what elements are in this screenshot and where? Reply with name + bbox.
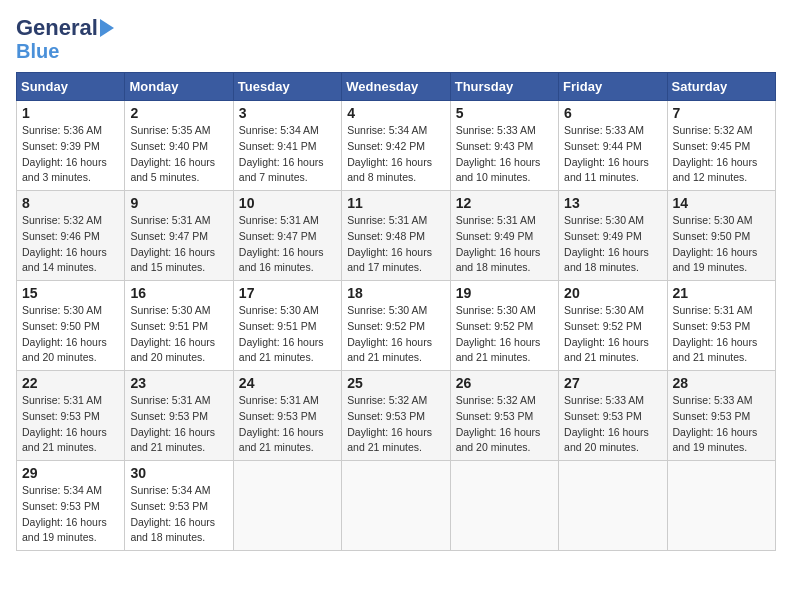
day-info: Sunrise: 5:30 AM Sunset: 9:50 PM Dayligh… — [673, 213, 770, 276]
calendar-day-cell: 22Sunrise: 5:31 AM Sunset: 9:53 PM Dayli… — [17, 371, 125, 461]
calendar-day-cell: 1Sunrise: 5:36 AM Sunset: 9:39 PM Daylig… — [17, 101, 125, 191]
day-number: 22 — [22, 375, 119, 391]
day-number: 8 — [22, 195, 119, 211]
day-info: Sunrise: 5:33 AM Sunset: 9:43 PM Dayligh… — [456, 123, 553, 186]
calendar-day-cell: 29Sunrise: 5:34 AM Sunset: 9:53 PM Dayli… — [17, 461, 125, 551]
calendar-day-cell: 28Sunrise: 5:33 AM Sunset: 9:53 PM Dayli… — [667, 371, 775, 461]
day-info: Sunrise: 5:31 AM Sunset: 9:53 PM Dayligh… — [673, 303, 770, 366]
day-info: Sunrise: 5:30 AM Sunset: 9:50 PM Dayligh… — [22, 303, 119, 366]
day-number: 15 — [22, 285, 119, 301]
day-number: 29 — [22, 465, 119, 481]
calendar-week-row: 8Sunrise: 5:32 AM Sunset: 9:46 PM Daylig… — [17, 191, 776, 281]
day-info: Sunrise: 5:31 AM Sunset: 9:53 PM Dayligh… — [130, 393, 227, 456]
header-saturday: Saturday — [667, 73, 775, 101]
calendar-day-cell: 21Sunrise: 5:31 AM Sunset: 9:53 PM Dayli… — [667, 281, 775, 371]
calendar-day-cell: 2Sunrise: 5:35 AM Sunset: 9:40 PM Daylig… — [125, 101, 233, 191]
day-number: 25 — [347, 375, 444, 391]
day-number: 17 — [239, 285, 336, 301]
day-info: Sunrise: 5:31 AM Sunset: 9:53 PM Dayligh… — [239, 393, 336, 456]
calendar-day-cell: 9Sunrise: 5:31 AM Sunset: 9:47 PM Daylig… — [125, 191, 233, 281]
day-info: Sunrise: 5:33 AM Sunset: 9:53 PM Dayligh… — [564, 393, 661, 456]
day-number: 30 — [130, 465, 227, 481]
day-number: 5 — [456, 105, 553, 121]
day-number: 24 — [239, 375, 336, 391]
day-number: 7 — [673, 105, 770, 121]
calendar-day-cell: 15Sunrise: 5:30 AM Sunset: 9:50 PM Dayli… — [17, 281, 125, 371]
day-number: 19 — [456, 285, 553, 301]
calendar-day-cell: 7Sunrise: 5:32 AM Sunset: 9:45 PM Daylig… — [667, 101, 775, 191]
day-info: Sunrise: 5:30 AM Sunset: 9:52 PM Dayligh… — [564, 303, 661, 366]
day-info: Sunrise: 5:34 AM Sunset: 9:41 PM Dayligh… — [239, 123, 336, 186]
logo: General Blue — [16, 16, 114, 62]
calendar-day-cell: 30Sunrise: 5:34 AM Sunset: 9:53 PM Dayli… — [125, 461, 233, 551]
calendar-day-cell: 13Sunrise: 5:30 AM Sunset: 9:49 PM Dayli… — [559, 191, 667, 281]
calendar-day-cell: 10Sunrise: 5:31 AM Sunset: 9:47 PM Dayli… — [233, 191, 341, 281]
day-number: 2 — [130, 105, 227, 121]
header-thursday: Thursday — [450, 73, 558, 101]
day-info: Sunrise: 5:31 AM Sunset: 9:47 PM Dayligh… — [239, 213, 336, 276]
logo-arrow-icon — [100, 19, 114, 37]
calendar-day-cell: 5Sunrise: 5:33 AM Sunset: 9:43 PM Daylig… — [450, 101, 558, 191]
calendar-day-cell: 23Sunrise: 5:31 AM Sunset: 9:53 PM Dayli… — [125, 371, 233, 461]
day-info: Sunrise: 5:36 AM Sunset: 9:39 PM Dayligh… — [22, 123, 119, 186]
day-number: 10 — [239, 195, 336, 211]
day-number: 26 — [456, 375, 553, 391]
day-info: Sunrise: 5:33 AM Sunset: 9:44 PM Dayligh… — [564, 123, 661, 186]
calendar-empty-cell — [233, 461, 341, 551]
day-number: 12 — [456, 195, 553, 211]
calendar-day-cell: 14Sunrise: 5:30 AM Sunset: 9:50 PM Dayli… — [667, 191, 775, 281]
day-number: 28 — [673, 375, 770, 391]
day-number: 1 — [22, 105, 119, 121]
day-info: Sunrise: 5:32 AM Sunset: 9:53 PM Dayligh… — [347, 393, 444, 456]
calendar-day-cell: 18Sunrise: 5:30 AM Sunset: 9:52 PM Dayli… — [342, 281, 450, 371]
day-info: Sunrise: 5:30 AM Sunset: 9:51 PM Dayligh… — [130, 303, 227, 366]
logo-text-blue: Blue — [16, 40, 59, 62]
calendar-empty-cell — [667, 461, 775, 551]
day-number: 13 — [564, 195, 661, 211]
day-info: Sunrise: 5:31 AM Sunset: 9:53 PM Dayligh… — [22, 393, 119, 456]
day-info: Sunrise: 5:31 AM Sunset: 9:47 PM Dayligh… — [130, 213, 227, 276]
day-info: Sunrise: 5:34 AM Sunset: 9:53 PM Dayligh… — [130, 483, 227, 546]
calendar-week-row: 1Sunrise: 5:36 AM Sunset: 9:39 PM Daylig… — [17, 101, 776, 191]
day-number: 20 — [564, 285, 661, 301]
calendar-empty-cell — [342, 461, 450, 551]
day-number: 14 — [673, 195, 770, 211]
day-number: 11 — [347, 195, 444, 211]
header-tuesday: Tuesday — [233, 73, 341, 101]
calendar-day-cell: 3Sunrise: 5:34 AM Sunset: 9:41 PM Daylig… — [233, 101, 341, 191]
day-info: Sunrise: 5:30 AM Sunset: 9:49 PM Dayligh… — [564, 213, 661, 276]
calendar-week-row: 22Sunrise: 5:31 AM Sunset: 9:53 PM Dayli… — [17, 371, 776, 461]
day-info: Sunrise: 5:34 AM Sunset: 9:53 PM Dayligh… — [22, 483, 119, 546]
logo-text-general: General — [16, 16, 98, 40]
day-number: 4 — [347, 105, 444, 121]
header-monday: Monday — [125, 73, 233, 101]
day-info: Sunrise: 5:32 AM Sunset: 9:46 PM Dayligh… — [22, 213, 119, 276]
day-number: 16 — [130, 285, 227, 301]
calendar-day-cell: 16Sunrise: 5:30 AM Sunset: 9:51 PM Dayli… — [125, 281, 233, 371]
day-number: 21 — [673, 285, 770, 301]
calendar-day-cell: 19Sunrise: 5:30 AM Sunset: 9:52 PM Dayli… — [450, 281, 558, 371]
calendar-week-row: 29Sunrise: 5:34 AM Sunset: 9:53 PM Dayli… — [17, 461, 776, 551]
calendar-day-cell: 12Sunrise: 5:31 AM Sunset: 9:49 PM Dayli… — [450, 191, 558, 281]
day-number: 3 — [239, 105, 336, 121]
calendar-header-row: SundayMondayTuesdayWednesdayThursdayFrid… — [17, 73, 776, 101]
header-friday: Friday — [559, 73, 667, 101]
day-number: 9 — [130, 195, 227, 211]
calendar-empty-cell — [559, 461, 667, 551]
calendar-day-cell: 17Sunrise: 5:30 AM Sunset: 9:51 PM Dayli… — [233, 281, 341, 371]
day-info: Sunrise: 5:33 AM Sunset: 9:53 PM Dayligh… — [673, 393, 770, 456]
day-info: Sunrise: 5:34 AM Sunset: 9:42 PM Dayligh… — [347, 123, 444, 186]
calendar-day-cell: 8Sunrise: 5:32 AM Sunset: 9:46 PM Daylig… — [17, 191, 125, 281]
day-info: Sunrise: 5:35 AM Sunset: 9:40 PM Dayligh… — [130, 123, 227, 186]
day-info: Sunrise: 5:32 AM Sunset: 9:53 PM Dayligh… — [456, 393, 553, 456]
day-info: Sunrise: 5:31 AM Sunset: 9:48 PM Dayligh… — [347, 213, 444, 276]
calendar-day-cell: 26Sunrise: 5:32 AM Sunset: 9:53 PM Dayli… — [450, 371, 558, 461]
page-header: General Blue — [16, 16, 776, 62]
header-wednesday: Wednesday — [342, 73, 450, 101]
day-number: 18 — [347, 285, 444, 301]
day-info: Sunrise: 5:30 AM Sunset: 9:52 PM Dayligh… — [347, 303, 444, 366]
header-sunday: Sunday — [17, 73, 125, 101]
calendar-day-cell: 25Sunrise: 5:32 AM Sunset: 9:53 PM Dayli… — [342, 371, 450, 461]
calendar-day-cell: 27Sunrise: 5:33 AM Sunset: 9:53 PM Dayli… — [559, 371, 667, 461]
day-number: 6 — [564, 105, 661, 121]
